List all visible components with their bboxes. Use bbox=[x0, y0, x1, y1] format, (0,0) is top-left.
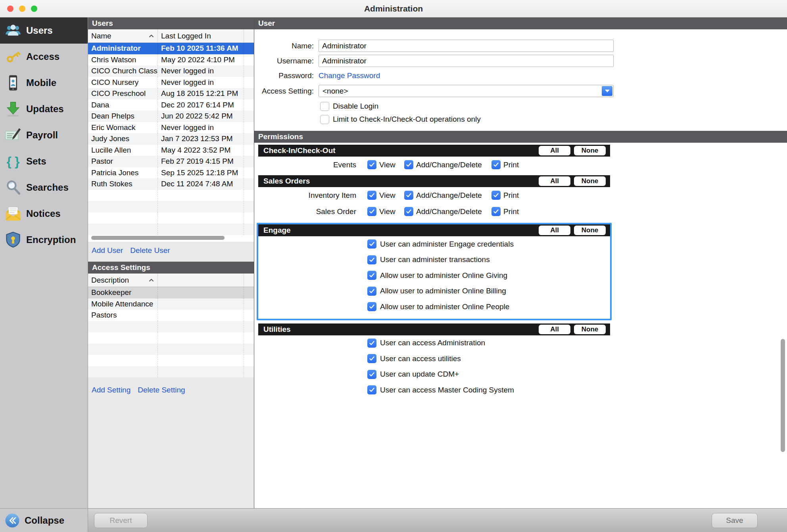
user-row[interactable]: Eric WomackNever logged in bbox=[88, 122, 254, 134]
access-setting-row[interactable]: Bookkeeper bbox=[88, 287, 254, 299]
delete-setting-link[interactable]: Delete Setting bbox=[138, 386, 185, 394]
sidebar-item-users[interactable]: Users bbox=[0, 17, 88, 44]
sales-order-view-checkbox[interactable] bbox=[367, 207, 376, 216]
user-can-update-cdm-checkbox[interactable] bbox=[367, 370, 376, 379]
disable-login-checkbox[interactable] bbox=[320, 102, 329, 111]
user-lastlogin-cell: Dec 20 2017 6:14 PM bbox=[158, 100, 244, 111]
access-setting-row[interactable]: Pastors bbox=[88, 310, 254, 321]
sidebar-item-label: Searches bbox=[26, 182, 69, 193]
user-row[interactable]: CICO Church ClassNever logged in bbox=[88, 65, 254, 77]
select-all-button[interactable]: All bbox=[539, 325, 570, 334]
events-view-checkbox[interactable] bbox=[367, 160, 376, 169]
user-row[interactable]: Patricia JonesSep 15 2025 12:18 PM bbox=[88, 167, 254, 179]
access-settings-column-empty bbox=[158, 274, 244, 287]
sidebar-item-searches[interactable]: Searches bbox=[0, 174, 88, 201]
user-name-cell: Pastor bbox=[88, 156, 158, 167]
name-input[interactable] bbox=[319, 40, 614, 52]
select-all-button[interactable]: All bbox=[539, 226, 570, 235]
user-can-access-administration-checkbox[interactable] bbox=[367, 339, 376, 348]
permission-option-row[interactable]: User can update CDM+ bbox=[258, 367, 610, 383]
revert-button[interactable]: Revert bbox=[94, 513, 148, 528]
permission-check-label: Print bbox=[503, 191, 519, 200]
user-row[interactable]: CICO PreschoolAug 18 2015 12:21 PM bbox=[88, 88, 254, 100]
user-row[interactable]: Chris WatsonMay 20 2022 4:10 PM bbox=[88, 54, 254, 66]
permission-check-label: View bbox=[379, 207, 395, 216]
allow-user-to-administer-online-giving-checkbox[interactable] bbox=[367, 271, 376, 280]
permission-option-row[interactable]: Allow user to administer Online Giving bbox=[258, 268, 610, 283]
user-can-access-master-coding-system-checkbox[interactable] bbox=[367, 385, 376, 394]
user-row[interactable]: DanaDec 20 2017 6:14 PM bbox=[88, 100, 254, 111]
inventory-item-print-checkbox[interactable] bbox=[491, 191, 501, 200]
events-print-checkbox[interactable] bbox=[491, 160, 501, 169]
permission-check-group: Add/Change/Delete bbox=[404, 207, 491, 216]
limit-checkin-option[interactable]: Limit to Check-In/Check-Out operations o… bbox=[320, 114, 481, 124]
user-can-access-utilities-checkbox[interactable] bbox=[367, 354, 376, 363]
user-lastlogin-cell: Jun 20 2022 5:42 PM bbox=[158, 111, 244, 122]
user-can-administer-engage-credentials-checkbox[interactable] bbox=[367, 239, 376, 249]
sidebar-item-mobile[interactable]: Mobile bbox=[0, 70, 88, 96]
user-name-cell: Patricia Jones bbox=[88, 167, 158, 179]
add-user-link[interactable]: Add User bbox=[92, 246, 123, 255]
sidebar-item-access[interactable]: Access bbox=[0, 44, 88, 70]
disable-login-option[interactable]: Disable Login bbox=[320, 101, 378, 111]
sales-order-add-change-delete-checkbox[interactable] bbox=[404, 207, 413, 216]
select-all-button[interactable]: All bbox=[539, 146, 570, 155]
user-row[interactable]: Ruth StokesDec 11 2024 7:48 AM bbox=[88, 178, 254, 190]
sort-ascending-icon bbox=[149, 34, 154, 38]
allow-user-to-administer-online-people-checkbox[interactable] bbox=[367, 302, 376, 311]
permission-option-row[interactable]: User can access utilities bbox=[258, 351, 610, 367]
add-setting-link[interactable]: Add Setting bbox=[92, 386, 131, 394]
events-add-change-delete-checkbox[interactable] bbox=[404, 160, 413, 169]
vertical-scrollbar[interactable] bbox=[781, 339, 785, 452]
section-title: Engage bbox=[263, 226, 291, 235]
permission-option-row[interactable]: User can administer Engage credentials bbox=[258, 236, 610, 252]
save-button[interactable]: Save bbox=[712, 513, 758, 528]
user-row[interactable]: CICO NurseryNever logged in bbox=[88, 77, 254, 88]
access-settings-panel-header: Access Settings bbox=[88, 262, 254, 274]
delete-user-link[interactable]: Delete User bbox=[130, 246, 170, 255]
sidebar-collapse-button[interactable]: Collapse bbox=[0, 508, 88, 532]
select-all-button[interactable]: All bbox=[539, 176, 570, 186]
permission-option-row[interactable]: User can access Master Coding System bbox=[258, 382, 610, 398]
users-horizontal-scrollbar[interactable] bbox=[91, 236, 225, 240]
chevron-down-icon[interactable] bbox=[602, 86, 612, 96]
inventory-item-add-change-delete-checkbox[interactable] bbox=[404, 191, 413, 200]
limit-checkin-checkbox[interactable] bbox=[320, 115, 329, 124]
select-none-button[interactable]: None bbox=[574, 176, 606, 186]
section-title-bar: Check-In/Check-OutAllNone bbox=[258, 145, 610, 157]
select-none-button[interactable]: None bbox=[574, 226, 606, 235]
sidebar-item-label: Notices bbox=[26, 208, 61, 219]
permission-option-row[interactable]: User can administer transactions bbox=[258, 252, 610, 268]
user-row[interactable]: PastorFeb 27 2019 4:15 PM bbox=[88, 156, 254, 167]
empty-row bbox=[88, 366, 254, 378]
username-label: Username: bbox=[254, 57, 314, 65]
select-none-button[interactable]: None bbox=[574, 146, 606, 155]
username-input[interactable] bbox=[319, 55, 614, 67]
access-setting-select[interactable]: <none> bbox=[319, 85, 614, 97]
user-row[interactable]: AdministratorFeb 10 2025 11:36 AM bbox=[88, 43, 254, 54]
sidebar-item-notices[interactable]: Notices bbox=[0, 201, 88, 227]
access-setting-row[interactable]: Mobile Attendance bbox=[88, 299, 254, 310]
permission-option-row[interactable]: Allow user to administer Online Billing bbox=[258, 283, 610, 299]
user-row[interactable]: Judy JonesJan 7 2023 12:53 PM bbox=[88, 133, 254, 145]
select-none-button[interactable]: None bbox=[574, 325, 606, 334]
users-column-name[interactable]: Name bbox=[88, 29, 158, 42]
access-setting-value: <none> bbox=[319, 85, 613, 97]
access-settings-column-description[interactable]: Description bbox=[88, 274, 158, 287]
permission-option-row[interactable]: Allow user to administer Online People bbox=[258, 299, 610, 315]
users-column-lastlogin[interactable]: Last Logged In bbox=[158, 29, 244, 42]
permission-check-label: View bbox=[379, 161, 395, 169]
sidebar-item-sets[interactable]: { }Sets bbox=[0, 148, 88, 174]
permission-option-row[interactable]: User can access Administration bbox=[258, 335, 610, 351]
user-row[interactable]: Lucille AllenMay 4 2022 3:52 PM bbox=[88, 145, 254, 156]
sidebar-item-encryption[interactable]: Encryption bbox=[0, 227, 88, 253]
user-row[interactable]: Dean PhelpsJun 20 2022 5:42 PM bbox=[88, 111, 254, 122]
inventory-item-view-checkbox[interactable] bbox=[367, 191, 376, 200]
sales-order-print-checkbox[interactable] bbox=[491, 207, 501, 216]
access-setting-description-cell: Pastors bbox=[88, 310, 158, 321]
sidebar-item-payroll[interactable]: Payroll bbox=[0, 122, 88, 148]
change-password-link[interactable]: Change Password bbox=[319, 71, 380, 80]
sidebar-item-updates[interactable]: Updates bbox=[0, 96, 88, 122]
user-can-administer-transactions-checkbox[interactable] bbox=[367, 255, 376, 264]
allow-user-to-administer-online-billing-checkbox[interactable] bbox=[367, 287, 376, 296]
